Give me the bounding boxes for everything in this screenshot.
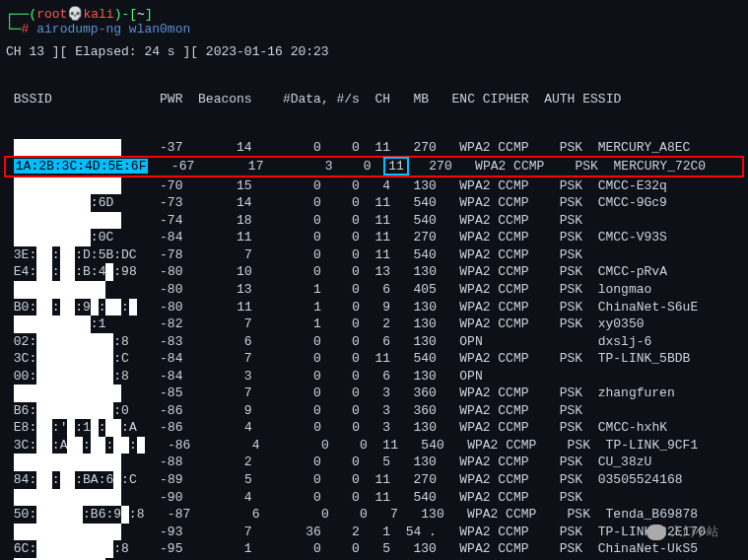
table-row: 3E: : :D:5B:DC -78 7 0 0 11 540 WPA2 CCM…: [6, 246, 742, 264]
table-row: E8: :' :1 : :A -86 4 0 0 3 130 WPA2 CCMP…: [6, 419, 742, 437]
wechat-icon: [646, 525, 666, 540]
table-row: 00: :8 -84 3 0 0 6 130 OPN: [6, 368, 742, 385]
table-row: :1 -82 7 1 0 2 130 WPA2 CCMP PSK xy0350: [6, 315, 742, 333]
network-table: BSSID PWR Beacons #Data, #/s CH MB ENC C…: [6, 73, 742, 560]
table-row: :0C -84 11 0 0 11 270 WPA2 CCMP PSK CMCC…: [6, 229, 742, 246]
prompt-line-2: └─# airodump-ng wlan0mon: [6, 22, 742, 36]
table-row: -93 7 36 2 1 54 . WPA2 CCMP PSK TP-LINK_…: [6, 524, 742, 541]
table-row: -74 18 0 0 11 540 WPA2 CCMP PSK: [6, 212, 742, 230]
table-row: 84: : :BA:6 :C -89 5 0 0 11 270 WPA2 CCM…: [6, 471, 742, 489]
table-row: 3C: :A : : : -86 4 0 0 11 540 WPA2 CCMP …: [6, 437, 742, 455]
watermark-1: 入门小站: [646, 524, 718, 540]
table-row: 02: :8 -83 6 0 0 6 130 OPN dxslj-6: [6, 333, 742, 351]
table-row: -85 7 0 0 3 360 WPA2 CCMP PSK zhangfuren: [6, 385, 742, 402]
table-row: -90 4 0 0 11 540 WPA2 CCMP PSK: [6, 489, 742, 507]
table-header: BSSID PWR Beacons #Data, #/s CH MB ENC C…: [6, 91, 742, 108]
table-row: 1A:2B:3C:4D:5E:6F -67 17 3 0 11 270 WPA2…: [4, 156, 744, 177]
table-row: -70 15 0 0 4 130 WPA2 CCMP PSK CMCC-E32q: [6, 177, 742, 195]
table-row: 50: :B6:9 :8 -87 6 0 0 7 130 WPA2 CCMP P…: [6, 506, 742, 524]
table-row: -80 13 1 0 6 405 WPA2 CCMP PSK longmao: [6, 281, 742, 299]
table-row: E4: : :B:4 :98 -80 10 0 0 13 130 WPA2 CC…: [6, 263, 742, 281]
table-row: -37 14 0 0 11 270 WPA2 CCMP PSK MERCURY_…: [6, 139, 742, 157]
table-row: -88 2 0 0 5 130 WPA2 CCMP PSK CU_38zU: [6, 454, 742, 471]
table-row: B6: :0 -86 9 0 0 3 360 WPA2 CCMP PSK: [6, 402, 742, 420]
table-row: :6D -73 14 0 0 11 540 WPA2 CCMP PSK CMCC…: [6, 194, 742, 212]
status-line: CH 13 ][ Elapsed: 24 s ][ 2023-01-16 20:…: [6, 44, 742, 59]
table-row: 3C: :C -84 7 0 0 11 540 WPA2 CCMP PSK TP…: [6, 350, 742, 368]
table-row: B0: : :9 : : -80 11 1 0 9 130 WPA2 CCMP …: [6, 299, 742, 316]
table-row: 6C: :8 -95 1 0 0 5 130 WPA2 CCMP PSK Chi…: [6, 540, 742, 558]
prompt-line-1: ┌──(root💀kali)-[~]: [6, 6, 742, 22]
